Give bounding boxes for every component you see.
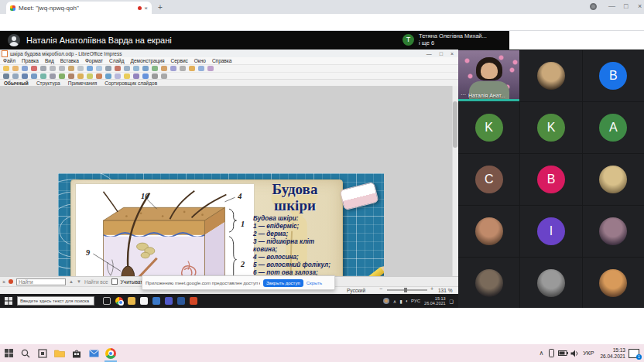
paste-icon[interactable] bbox=[68, 66, 74, 71]
menu-Справка[interactable]: Справка bbox=[212, 58, 232, 63]
spelling-icon[interactable] bbox=[115, 66, 121, 71]
zoom-icon[interactable] bbox=[12, 73, 19, 79]
find-all-button[interactable]: Найти все bbox=[84, 279, 108, 285]
arrow-icon[interactable] bbox=[50, 73, 56, 79]
browser-tab[interactable]: Meet: "jwq-npwq-qoh" × bbox=[6, 2, 152, 14]
menu-Вид[interactable]: Вид bbox=[45, 58, 54, 63]
shared-powerpoint-icon[interactable] bbox=[190, 297, 197, 305]
insert-line-icon[interactable] bbox=[152, 73, 158, 79]
basic-shapes-icon[interactable] bbox=[77, 73, 84, 79]
other-participants-pill[interactable]: T Тетяна Олегівна Михай... і ще 6 bbox=[402, 32, 487, 46]
curve-icon[interactable] bbox=[59, 73, 65, 79]
fontwork-icon[interactable] bbox=[142, 73, 149, 79]
shared-doc-icon[interactable] bbox=[140, 297, 148, 305]
menu-Правка[interactable]: Правка bbox=[22, 58, 39, 63]
zoom-out-icon[interactable]: − bbox=[379, 286, 382, 292]
connector-icon[interactable] bbox=[68, 73, 74, 79]
chart-icon[interactable] bbox=[161, 66, 167, 71]
window-maximize-button[interactable]: □ bbox=[624, 2, 628, 10]
participant-tile-7[interactable]: C bbox=[458, 154, 519, 205]
participant-tile-13[interactable] bbox=[458, 258, 519, 309]
action-center-icon[interactable]: 1 bbox=[629, 349, 639, 358]
shared-taskview-icon[interactable] bbox=[103, 297, 111, 305]
tab-close-icon[interactable]: × bbox=[144, 5, 148, 12]
menu-Формат[interactable]: Формат bbox=[85, 58, 103, 63]
find-prev-icon[interactable]: ▲ bbox=[69, 279, 74, 284]
shared-chrome-icon[interactable] bbox=[115, 297, 123, 305]
cut-icon[interactable] bbox=[50, 66, 56, 71]
select-icon[interactable] bbox=[3, 73, 9, 79]
participant-tile-1[interactable]: ⋯Наталія Анат... bbox=[458, 50, 519, 101]
undo-icon[interactable] bbox=[87, 66, 93, 71]
participant-tile-8[interactable]: B bbox=[520, 154, 581, 205]
table-icon[interactable] bbox=[142, 66, 149, 71]
chrome-taskbar-icon[interactable] bbox=[102, 344, 119, 362]
slide-layout-icon[interactable] bbox=[198, 66, 204, 71]
shared-mail-icon[interactable] bbox=[152, 297, 160, 305]
zoom-percent[interactable]: 131 % bbox=[438, 288, 452, 293]
find-next-icon[interactable]: ▼ bbox=[77, 279, 81, 284]
flowchart-icon[interactable] bbox=[105, 73, 111, 79]
line-icon[interactable] bbox=[22, 73, 28, 79]
battery-icon[interactable] bbox=[557, 344, 569, 362]
impress-minimize-button[interactable]: — bbox=[426, 51, 432, 56]
file-explorer-icon[interactable] bbox=[51, 344, 68, 362]
participant-tile-5[interactable]: K bbox=[520, 102, 581, 153]
volume-icon[interactable] bbox=[569, 344, 580, 362]
find-input[interactable] bbox=[16, 278, 66, 285]
new-tab-button[interactable]: + bbox=[158, 3, 163, 12]
shared-network-icon[interactable]: ▮ bbox=[399, 299, 402, 304]
zoom-in-icon[interactable]: + bbox=[430, 286, 433, 292]
export-pdf-icon[interactable] bbox=[31, 66, 37, 71]
slide-workspace[interactable]: 10 4 9 1 2 3 8 7 6 5 Будова шкіри bbox=[0, 86, 458, 276]
find-replace-icon[interactable] bbox=[105, 66, 111, 71]
shared-word-icon[interactable] bbox=[177, 297, 185, 305]
phone-link-icon[interactable] bbox=[546, 344, 557, 362]
rectangle-icon[interactable] bbox=[31, 73, 37, 79]
master-icon[interactable] bbox=[207, 66, 214, 71]
participant-tile-3[interactable]: B bbox=[583, 50, 644, 101]
print-icon[interactable] bbox=[40, 66, 46, 71]
stars-icon[interactable] bbox=[124, 73, 130, 79]
textbox-icon[interactable] bbox=[170, 66, 176, 71]
ellipse-icon[interactable] bbox=[40, 73, 46, 79]
participant-tile-10[interactable] bbox=[458, 206, 519, 257]
save-icon[interactable] bbox=[22, 66, 28, 71]
view-icon[interactable] bbox=[133, 66, 139, 71]
participant-tile-12[interactable] bbox=[583, 206, 644, 257]
view-tab-2[interactable]: Структура bbox=[36, 80, 60, 86]
menu-Сервис[interactable]: Сервис bbox=[171, 58, 188, 63]
open-icon[interactable] bbox=[12, 66, 19, 71]
shared-search-box[interactable]: Введите здесь текст для поиска bbox=[17, 296, 94, 306]
microsoft-store-icon[interactable] bbox=[68, 344, 85, 362]
find-close-icon[interactable]: × bbox=[2, 279, 5, 285]
copy-icon[interactable] bbox=[59, 66, 65, 71]
menu-Окно[interactable]: Окно bbox=[194, 58, 206, 63]
tray-clock[interactable]: 15:13 26.04.2021 bbox=[600, 347, 625, 360]
task-view-icon[interactable] bbox=[34, 344, 51, 362]
shared-teams-icon[interactable] bbox=[165, 297, 173, 305]
stop-sharing-button[interactable]: Закрыть доступ bbox=[263, 279, 303, 287]
menu-Файл[interactable]: Файл bbox=[3, 58, 15, 63]
menu-Вставка[interactable]: Вставка bbox=[60, 58, 79, 63]
participant-tile-14[interactable] bbox=[520, 258, 581, 309]
tile-menu-icon[interactable]: ⋯ bbox=[461, 92, 466, 98]
new-slide-icon[interactable] bbox=[189, 66, 195, 71]
new-icon[interactable] bbox=[3, 66, 9, 71]
block-arrows-icon[interactable] bbox=[96, 73, 102, 79]
view-tab-1[interactable]: Обычный bbox=[4, 80, 29, 86]
taskbar-search-icon[interactable] bbox=[17, 344, 34, 362]
shared-tray-chevron-icon[interactable]: ∧ bbox=[393, 299, 396, 304]
clone-icon[interactable] bbox=[77, 66, 84, 71]
symbol-shapes-icon[interactable] bbox=[87, 73, 93, 79]
header-footer-icon[interactable] bbox=[180, 66, 186, 71]
callouts-icon[interactable] bbox=[115, 73, 121, 79]
menu-Демонстрация[interactable]: Демонстрация bbox=[131, 58, 165, 63]
view-tab-4[interactable]: Сортировщик слайдов bbox=[104, 80, 157, 86]
zoom-slider[interactable] bbox=[387, 289, 427, 291]
participant-tile-15[interactable] bbox=[583, 258, 644, 309]
image-icon[interactable] bbox=[152, 66, 158, 71]
impress-close-button[interactable]: × bbox=[450, 51, 454, 56]
hide-button[interactable]: Скрыть bbox=[307, 281, 322, 285]
menu-Слайд[interactable]: Слайд bbox=[109, 58, 125, 63]
